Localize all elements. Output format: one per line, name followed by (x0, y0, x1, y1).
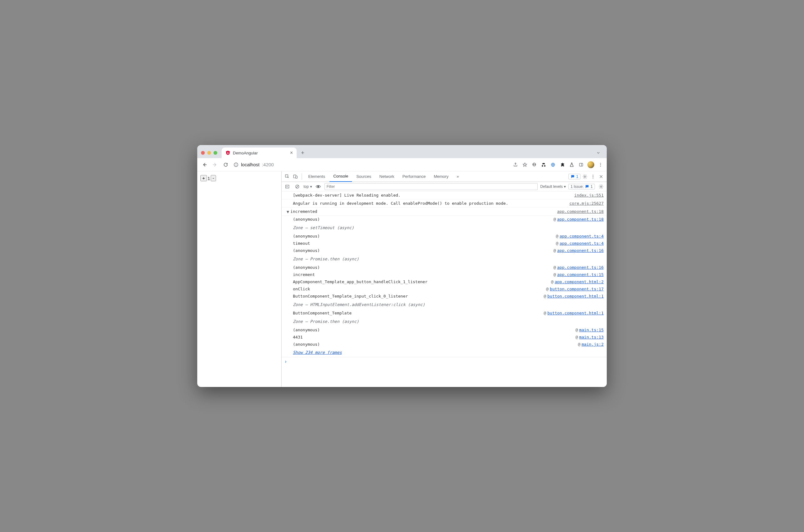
frame-at: @ (551, 279, 554, 285)
extension-globe-icon[interactable] (550, 162, 556, 168)
clear-console-icon[interactable] (293, 183, 301, 190)
frame-source-link[interactable]: button.component.ts:17 (550, 286, 604, 292)
frame-function: Zone — setTimeout (async) (293, 223, 354, 232)
bookmark-star-icon[interactable] (522, 162, 528, 168)
frame-function: increment (293, 271, 315, 278)
devtools-close-icon[interactable] (597, 173, 605, 180)
profile-avatar[interactable] (587, 161, 594, 168)
extension-incognito-icon[interactable] (540, 162, 547, 168)
trace-header[interactable]: ▼ incremented app.component.ts:18 (282, 208, 607, 216)
frame-source-link[interactable]: main.js:2 (582, 341, 604, 347)
messages-badge-count: 1 (576, 174, 578, 179)
frame-at: @ (553, 264, 556, 271)
close-tab-icon[interactable]: × (290, 150, 293, 156)
frame-source-link[interactable]: button.component.html:1 (547, 310, 604, 316)
console-filter-input[interactable] (324, 183, 538, 190)
increment-button[interactable]: + (200, 175, 207, 181)
frame-source-link[interactable]: main.ts:13 (579, 334, 604, 340)
stack-frame: ButtonComponent_Template_input_click_0_l… (282, 292, 607, 300)
tab-memory[interactable]: Memory (430, 171, 452, 182)
decrement-button[interactable]: - (211, 175, 216, 181)
show-more-frames[interactable]: Show 234 more frames (282, 348, 607, 357)
inspect-element-icon[interactable] (284, 173, 291, 180)
site-info-icon[interactable] (233, 162, 238, 167)
url-path: :4200 (262, 162, 274, 167)
new-tab-button[interactable]: + (300, 149, 306, 157)
tabs-overflow-button[interactable]: » (453, 171, 463, 182)
extensions-puzzle-icon[interactable] (559, 162, 566, 168)
extension-skull-icon[interactable] (531, 162, 537, 168)
toolbar-actions (512, 161, 604, 168)
disclosure-triangle-icon[interactable]: ▼ (287, 208, 289, 215)
frame-function: (anonymous) (293, 327, 320, 333)
log-levels-selector[interactable]: Default levels ▾ (540, 185, 566, 189)
chrome-menu-icon[interactable] (597, 162, 604, 168)
frame-source-link[interactable]: app.component.ts:15 (557, 271, 604, 278)
frame-source-link[interactable]: app.component.html:2 (555, 279, 604, 285)
browser-tab-demoangular[interactable]: DemoAngular × (222, 148, 296, 158)
tab-performance[interactable]: Performance (399, 171, 429, 182)
svg-point-18 (593, 177, 593, 178)
stack-frame: (anonymous)@main.ts:15 (282, 326, 607, 334)
frame-source-link[interactable]: app.component.ts:4 (559, 240, 604, 247)
stack-frame: increment@app.component.ts:15 (282, 271, 607, 278)
stack-frame: Zone — Promise.then (async) (282, 254, 607, 264)
tab-title: DemoAngular (233, 151, 258, 155)
window-controls (201, 151, 217, 155)
frame-source-link[interactable]: app.component.ts:16 (557, 247, 604, 254)
maximize-window-button[interactable] (213, 151, 217, 155)
svg-line-21 (296, 185, 299, 188)
svg-point-11 (600, 166, 601, 166)
minimize-window-button[interactable] (207, 151, 211, 155)
issues-pill[interactable]: 1 Issue: 1 (568, 184, 595, 189)
frame-at: @ (553, 216, 556, 223)
svg-point-23 (600, 186, 602, 187)
frame-function: ButtonComponent_Template_input_click_0_l… (293, 293, 408, 300)
console-settings-icon[interactable] (597, 183, 605, 190)
frame-source-link[interactable]: app.component.ts:18 (557, 216, 604, 223)
frame-function: timeout (293, 240, 310, 247)
tab-network[interactable]: Network (376, 171, 398, 182)
devtools-menu-icon[interactable] (589, 173, 597, 180)
close-window-button[interactable] (201, 151, 205, 155)
frame-function: Zone — Promise.then (async) (293, 317, 359, 326)
context-selector[interactable]: top ▾ (304, 185, 312, 189)
console-sidebar-toggle-icon[interactable] (284, 183, 291, 190)
forward-button[interactable] (211, 161, 219, 169)
frame-at: @ (575, 327, 578, 333)
devtools-settings-icon[interactable] (581, 173, 589, 180)
extension-labs-icon[interactable] (569, 162, 575, 168)
svg-rect-14 (296, 176, 297, 178)
frame-source-link[interactable]: app.component.ts:16 (557, 264, 604, 271)
stack-frame: (anonymous)@main.js:2 (282, 341, 607, 348)
frame-source-link[interactable]: app.component.ts:4 (559, 233, 604, 240)
tab-elements[interactable]: Elements (305, 171, 329, 182)
stack-frame: onClick@button.component.ts:17 (282, 285, 607, 292)
tab-sources[interactable]: Sources (352, 171, 375, 182)
trace-source-link[interactable]: app.component.ts:18 (557, 208, 604, 215)
side-panel-icon[interactable] (578, 162, 584, 168)
reload-button[interactable] (222, 161, 230, 169)
live-expression-icon[interactable] (314, 183, 322, 190)
stack-frame: ButtonComponent_Template@button.componen… (282, 309, 607, 317)
log-source-link[interactable]: index.js:551 (574, 192, 604, 198)
share-icon[interactable] (512, 162, 519, 168)
frame-source-link[interactable]: main.ts:15 (579, 327, 604, 333)
messages-badge[interactable]: 1 (568, 174, 580, 179)
issues-count: 1 (591, 185, 593, 189)
device-toggle-icon[interactable] (292, 173, 299, 180)
show-more-frames-link[interactable]: Show 234 more frames (293, 350, 342, 355)
tab-strip: DemoAngular × + (197, 145, 607, 158)
frame-function: AppComponent_Template_app_button_handleC… (293, 279, 427, 285)
console-filter[interactable] (324, 183, 538, 190)
back-button[interactable] (200, 161, 209, 169)
console-prompt[interactable]: › (282, 357, 607, 366)
stack-frame: (anonymous)@app.component.ts:4 (282, 232, 607, 240)
frame-source-link[interactable]: button.component.html:1 (547, 293, 604, 300)
stack-frame: Zone — Promise.then (async) (282, 317, 607, 326)
address-bar[interactable]: localhost:4200 (232, 162, 510, 167)
tab-list-button[interactable] (594, 149, 603, 156)
log-source-link[interactable]: core.mjs:25627 (569, 200, 604, 207)
stack-frame: (anonymous)@app.component.ts:16 (282, 247, 607, 254)
tab-console[interactable]: Console (329, 171, 352, 182)
